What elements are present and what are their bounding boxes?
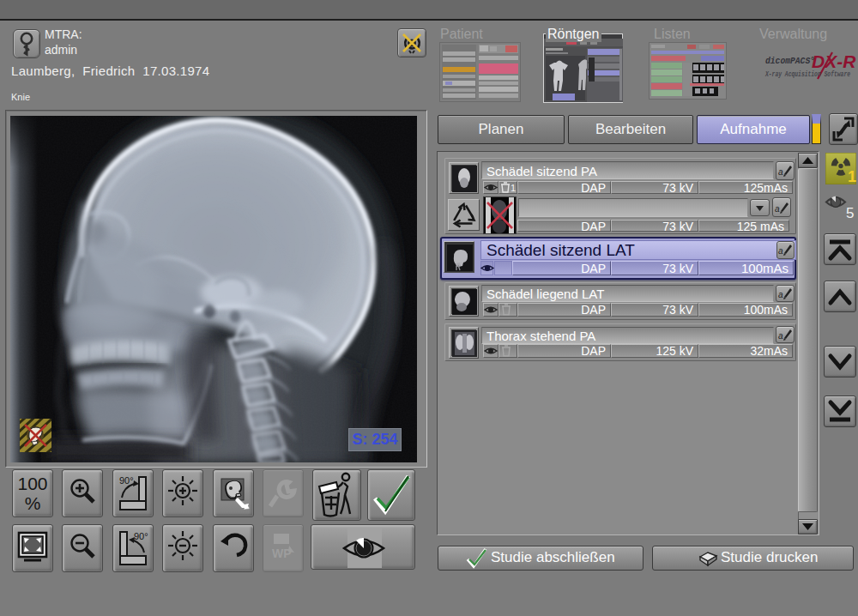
svg-text:1: 1: [848, 168, 856, 184]
svg-text:a: a: [778, 331, 783, 341]
svg-text:dicomPACS°: dicomPACS°: [765, 56, 815, 66]
svg-text:5: 5: [846, 205, 854, 221]
svg-text:a: a: [778, 290, 783, 299]
svg-text:a: a: [775, 204, 780, 214]
svg-text:WP: WP: [272, 547, 292, 560]
svg-text:90°: 90°: [134, 531, 148, 541]
svg-text:a: a: [778, 167, 783, 177]
svg-text:DX-R: DX-R: [812, 51, 856, 71]
svg-text:a: a: [778, 246, 783, 256]
svg-text:1: 1: [511, 183, 516, 193]
svg-text:X-ray Acquisition Software: X-ray Acquisition Software: [764, 70, 850, 79]
